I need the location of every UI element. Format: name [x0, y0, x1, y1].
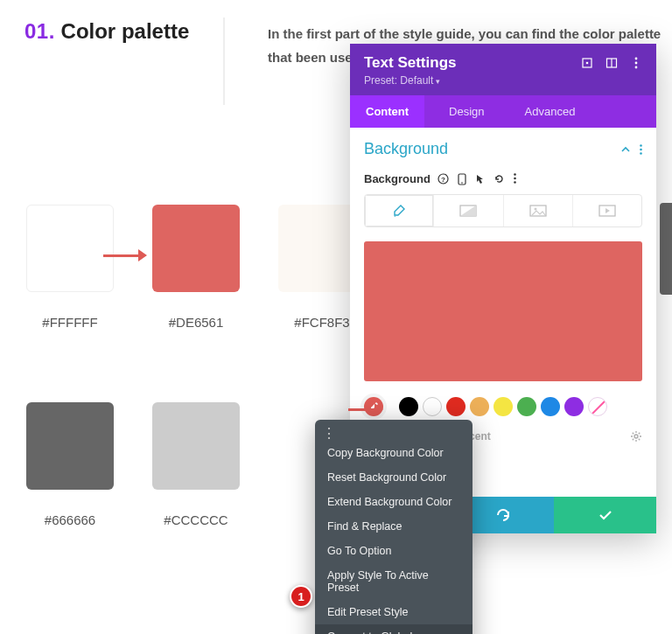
menu-goto[interactable]: Go To Option	[315, 539, 472, 563]
palette-red[interactable]	[446, 397, 466, 416]
svg-point-7	[640, 144, 642, 147]
swatch-label: #FFFFFF	[13, 315, 127, 330]
svg-point-9	[640, 152, 642, 155]
hover-icon[interactable]	[475, 173, 485, 185]
mobile-icon[interactable]	[458, 173, 466, 185]
svg-point-4	[635, 58, 638, 60]
svg-point-16	[514, 181, 516, 184]
panel-title: Text Settings	[364, 54, 581, 72]
menu-copy-bg[interactable]: Copy Background Color	[315, 441, 472, 465]
swatch-label: #666666	[13, 512, 127, 527]
color-preview[interactable]	[364, 241, 642, 381]
palette-transparent[interactable]	[588, 397, 607, 416]
svg-point-15	[514, 177, 516, 179]
palette-black[interactable]	[399, 397, 418, 416]
palette-white[interactable]	[423, 397, 442, 416]
callout-badge: 1	[290, 585, 312, 608]
palette-green[interactable]	[517, 397, 536, 416]
vertical-divider	[223, 17, 225, 105]
pointer-arrow-icon	[348, 401, 383, 418]
svg-line-28	[633, 439, 634, 440]
panel-tabs: Content Design Advanced	[350, 95, 656, 128]
bg-tab-color[interactable]	[365, 195, 434, 226]
bg-tab-video[interactable]	[573, 195, 641, 226]
swatch-label: #CCCCCC	[139, 512, 253, 527]
background-type-tabs	[364, 194, 642, 227]
bg-tab-gradient[interactable]	[434, 195, 503, 226]
collapse-icon[interactable]	[620, 144, 631, 155]
menu-extend-bg[interactable]: Extend Background Color	[315, 490, 472, 514]
svg-line-26	[633, 433, 634, 434]
swatch-de6561[interactable]	[152, 205, 240, 292]
heading-title: Color palette	[61, 19, 190, 43]
svg-line-27	[639, 439, 640, 440]
columns-icon[interactable]	[606, 57, 618, 69]
palette-row	[364, 397, 642, 416]
tab-advanced[interactable]: Advanced	[509, 95, 592, 128]
svg-point-1	[586, 62, 589, 65]
svg-point-6	[635, 66, 638, 69]
context-menu: ⋮ Copy Background Color Reset Background…	[315, 420, 472, 634]
svg-text:?: ?	[441, 175, 445, 183]
kebab-icon[interactable]	[514, 173, 516, 185]
menu-edit-preset[interactable]: Edit Preset Style	[315, 600, 472, 624]
menu-apply-preset[interactable]: Apply Style To Active Preset	[315, 563, 472, 600]
menu-find-replace[interactable]: Find & Replace	[315, 514, 472, 539]
heading-number: 01.	[24, 19, 55, 43]
kebab-icon[interactable]	[630, 57, 642, 69]
swatch-label: #DE6561	[139, 315, 253, 330]
svg-point-13	[461, 182, 463, 184]
kebab-icon[interactable]	[640, 144, 642, 155]
pointer-arrow-icon	[103, 247, 147, 264]
swatch-666666[interactable]	[26, 402, 114, 490]
svg-line-29	[639, 433, 640, 434]
menu-handle-icon[interactable]: ⋮	[315, 427, 472, 441]
svg-point-5	[635, 62, 638, 65]
palette-blue[interactable]	[541, 397, 560, 416]
palette-purple[interactable]	[564, 397, 584, 416]
panel-header[interactable]: Text Settings Preset: Default	[350, 44, 656, 95]
expand-icon[interactable]	[581, 57, 593, 69]
section-heading: 01. Color palette	[24, 17, 217, 45]
svg-point-14	[514, 173, 516, 176]
palette-orange[interactable]	[470, 397, 489, 416]
reset-icon[interactable]	[494, 173, 505, 185]
field-label: Background	[364, 172, 430, 185]
right-edge-strip	[660, 203, 672, 295]
palette-yellow[interactable]	[494, 397, 513, 416]
svg-point-19	[534, 208, 536, 211]
svg-point-21	[634, 435, 638, 438]
swatch-ffffff[interactable]	[26, 205, 114, 292]
swatch-cccccc[interactable]	[152, 402, 240, 490]
preset-dropdown[interactable]: Preset: Default	[364, 74, 642, 87]
confirm-button[interactable]	[554, 497, 656, 533]
tab-design[interactable]: Design	[433, 95, 500, 128]
tab-content[interactable]: Content	[350, 95, 424, 128]
gear-icon[interactable]	[630, 430, 642, 442]
svg-point-8	[640, 148, 642, 150]
bg-tab-image[interactable]	[504, 195, 573, 226]
menu-reset-bg[interactable]: Reset Background Color	[315, 465, 472, 490]
section-title[interactable]: Background	[364, 140, 620, 158]
menu-convert-global[interactable]: Convert to Global	[315, 624, 472, 634]
help-icon[interactable]: ?	[438, 173, 449, 185]
